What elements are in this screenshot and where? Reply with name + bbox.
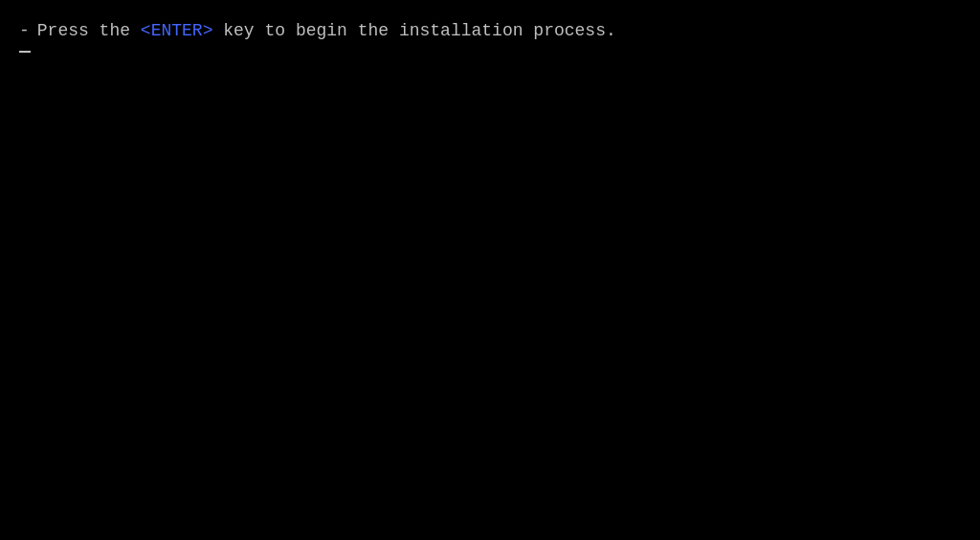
instruction-rest-text: key to begin the installation process. bbox=[212, 19, 615, 43]
instruction-line: - Press the <ENTER> key to begin the ins… bbox=[19, 19, 961, 43]
terminal-screen: - Press the <ENTER> key to begin the ins… bbox=[0, 0, 980, 540]
cursor-line bbox=[19, 51, 961, 53]
press-the-text: Press the bbox=[37, 19, 141, 43]
enter-key-text: <ENTER> bbox=[141, 19, 213, 43]
terminal-cursor bbox=[19, 51, 31, 53]
dash-prefix: - bbox=[19, 19, 30, 43]
